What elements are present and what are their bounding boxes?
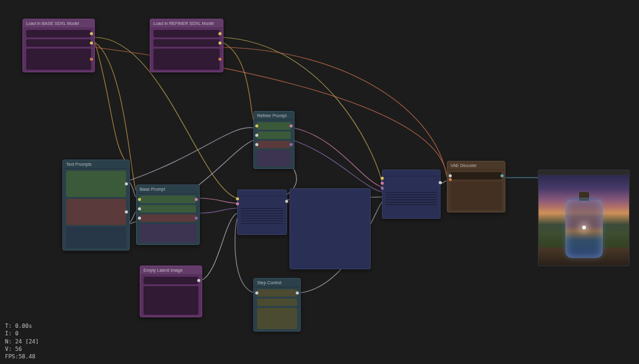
node-title: Refiner Prompt [254, 112, 294, 120]
node-refiner-prompt[interactable]: Refiner Prompt [253, 111, 295, 169]
sampler-params[interactable] [238, 206, 286, 234]
steps-field[interactable] [257, 289, 297, 297]
cond-extra [140, 224, 196, 242]
node-title: Empty Latent Image [140, 266, 202, 275]
perf-stats: T: 0.00s I: 0 N: 24 [24] V: 56 FPS:58.48 [5, 322, 39, 360]
output-vae [154, 49, 220, 70]
node-graph-canvas[interactable]: Load in BASE SDXL Model Load in REFINER … [0, 0, 639, 364]
node-step-control[interactable]: Step Control [253, 278, 301, 332]
node-title: Load in BASE SDXL Model [23, 19, 94, 28]
cond-negative [257, 141, 291, 148]
cond-positive-2 [257, 132, 291, 139]
node-title: Load in REFINER SDXL Model [150, 19, 223, 28]
node-load-base-model[interactable]: Load in BASE SDXL Model [22, 19, 95, 72]
latent-settings[interactable] [144, 286, 198, 315]
cond-positive [257, 122, 291, 130]
node-empty-latent[interactable]: Empty Latent Image [140, 266, 202, 317]
node-title [383, 170, 440, 176]
node-ksampler-base[interactable] [237, 189, 287, 235]
node-title: Text Prompts [63, 160, 129, 169]
cond-negative [140, 214, 196, 222]
input-latent [451, 172, 502, 180]
node-load-refiner-model[interactable]: Load in REFINER SDXL Model [150, 19, 223, 72]
output-clip [154, 39, 220, 47]
node-vae-decoder[interactable]: VAE Decoder [447, 161, 505, 213]
preview-image [539, 175, 629, 266]
node-title [238, 190, 286, 196]
output-model [154, 30, 220, 37]
node-ksampler-latent[interactable] [290, 188, 371, 269]
decoded-image [451, 181, 502, 210]
stat-time: T: 0.00s [5, 322, 39, 330]
stat-visible: V: 56 [5, 345, 39, 353]
cond-extra [257, 150, 291, 166]
cond-positive [140, 196, 196, 203]
output-clip [26, 39, 91, 47]
output-model [26, 30, 91, 37]
negative-prompt-field[interactable] [66, 199, 126, 225]
sampler-params[interactable] [383, 190, 440, 218]
stat-nodes: N: 24 [24] [5, 338, 39, 345]
node-ksampler-refiner[interactable] [382, 170, 441, 219]
cond-positive-2 [140, 205, 196, 213]
node-title: Base Prompt [137, 185, 199, 194]
node-title: VAE Decoder [447, 161, 505, 170]
end-field[interactable] [257, 308, 297, 329]
node-text-prompts[interactable]: Text Prompts [62, 160, 130, 251]
preview-header[interactable] [539, 170, 629, 175]
node-image-preview[interactable] [538, 170, 630, 266]
prompt-extra [66, 227, 126, 248]
start-field[interactable] [257, 299, 297, 306]
stat-fps: FPS:58.48 [5, 353, 39, 360]
stat-iterations: I: 0 [5, 330, 39, 337]
node-base-prompt[interactable]: Base Prompt [136, 184, 200, 245]
latent-width[interactable] [144, 277, 198, 284]
node-title: Step Control [254, 279, 300, 287]
output-vae [26, 49, 91, 70]
positive-prompt-field[interactable] [66, 171, 126, 197]
